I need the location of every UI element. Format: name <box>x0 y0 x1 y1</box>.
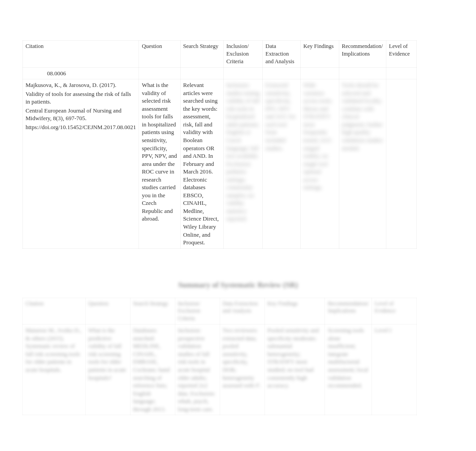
th-findings: Key Findings <box>300 41 339 68</box>
cell2-findings: Pooled sensitivity and specificity moder… <box>264 325 325 415</box>
cell2-data: Two reviewers extracted data; pooled sen… <box>220 325 264 415</box>
cell2-search: Databases searched: MEDLINE, CINAHL, EMB… <box>130 325 175 415</box>
th2-question: Question <box>85 298 130 325</box>
table2-header-row: Citation Question Search Strategy Inclus… <box>23 298 417 325</box>
citation-journal: Central European Journal of Nursing and … <box>26 107 136 122</box>
section-title-sr: Summary of Systematic Review (SR) <box>22 280 454 291</box>
cell2-inclusion: Inclusion: prospective validation studie… <box>175 325 220 415</box>
th-level: Level of Evidence <box>386 41 416 68</box>
th2-findings: Key Findings <box>264 298 325 325</box>
table1-header-row: Citation Question Search Strategy Inclus… <box>23 41 417 68</box>
citation-author: Majkusova, K., & Jarosova, D. (2017). <box>26 81 136 89</box>
cell-data: Extracted sensitivity, specificity, PPV,… <box>263 79 300 248</box>
evidence-table-2: Citation Question Search Strategy Inclus… <box>22 298 417 416</box>
cell-inclusion: Inclusion: studies testing validity of f… <box>223 79 262 248</box>
citation-doi: https://doi.org/10.15452/CEJNM.2017.08.0… <box>26 123 136 131</box>
th2-data: Data Extraction and Analysis <box>220 298 264 325</box>
cell-search: Relevant articles were searched using th… <box>180 79 223 248</box>
th-search: Search Strategy <box>180 41 223 68</box>
th-data: Data Extraction and Analysis <box>263 41 300 68</box>
cell-findings: Wide variation across tools; Morse and S… <box>300 79 339 248</box>
th-question: Question <box>139 41 180 68</box>
th2-level: Level of Evidence <box>372 298 417 325</box>
cell2-citation: Matarese M., Ivziku D., & others (2015).… <box>23 325 86 415</box>
table1-main-row: Majkusova, K., & Jarosova, D. (2017). Va… <box>23 79 417 248</box>
cell-level <box>386 79 416 248</box>
table1-partial-row: 08.0006 <box>23 67 417 79</box>
cell2-level: Level I <box>372 325 417 415</box>
cell-rec: Tools should be selected and validated l… <box>339 79 386 248</box>
th-rec: Recommendation/ Implications <box>339 41 386 68</box>
citation-title: Validity of tools for assessing the risk… <box>26 90 136 106</box>
cell2-rec: Screening tools alone insufficient; inte… <box>325 325 372 415</box>
th2-search: Search Strategy <box>130 298 175 325</box>
th2-rec: Recommendation/ Implications <box>325 298 372 325</box>
evidence-table-1: Citation Question Search Strategy Inclus… <box>22 40 417 249</box>
cell2-question: What is the predictive validity of fall … <box>85 325 130 415</box>
th2-inclusion: Inclusion/ Exclusion Criteria <box>175 298 220 325</box>
th-inclusion: Inclusion/ Exclusion Criteria <box>223 41 262 68</box>
th-citation: Citation <box>23 41 139 68</box>
cell-question: What is the validity of selected risk as… <box>139 79 180 248</box>
th2-citation: Citation <box>23 298 86 325</box>
document-page: Citation Question Search Strategy Inclus… <box>0 0 476 447</box>
table2-row: Matarese M., Ivziku D., & others (2015).… <box>23 325 417 415</box>
partial-doi-fragment: 08.0006 <box>26 69 136 78</box>
